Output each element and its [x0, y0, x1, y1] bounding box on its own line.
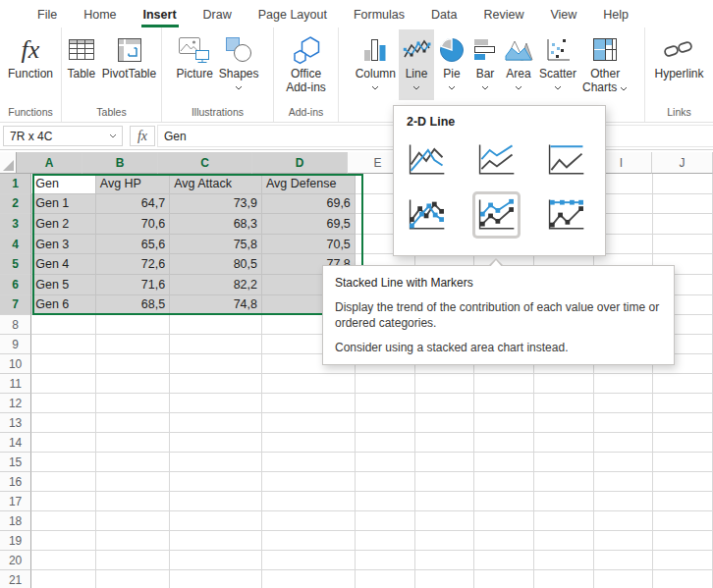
cell-C2[interactable]: 73,9 [170, 194, 262, 215]
cell-H18[interactable] [534, 511, 594, 531]
cell-J20[interactable] [653, 551, 713, 570]
cell-B2[interactable]: 64,7 [96, 194, 170, 215]
row-header-1[interactable]: 1 [0, 174, 31, 194]
cell-D2[interactable]: 69,6 [262, 194, 356, 215]
column-header-D[interactable]: D [252, 152, 348, 174]
row-header-3[interactable]: 3 [0, 214, 31, 235]
bar-chart-button[interactable]: Bar [469, 29, 501, 100]
row-header-12[interactable]: 12 [0, 394, 31, 413]
table-button[interactable]: Table [64, 29, 99, 100]
cell-I21[interactable] [594, 570, 654, 588]
menu-item-stacked-line-100-markers-icon[interactable] [545, 194, 587, 236]
cell-B15[interactable] [96, 453, 170, 472]
row-header-9[interactable]: 9 [0, 335, 31, 354]
cell-B8[interactable] [96, 315, 170, 335]
cell-F17[interactable] [415, 492, 475, 511]
cell-B17[interactable] [96, 492, 170, 511]
cell-J4[interactable] [653, 235, 713, 255]
cell-B20[interactable] [96, 551, 170, 570]
area-chart-button[interactable]: Area [501, 29, 536, 100]
cell-A3[interactable]: Gen 2 [31, 214, 96, 235]
cell-J14[interactable] [653, 433, 713, 453]
row-header-13[interactable]: 13 [0, 413, 31, 433]
cell-A9[interactable] [31, 335, 96, 354]
cell-B21[interactable] [96, 570, 170, 588]
cell-C4[interactable]: 75,8 [170, 235, 262, 255]
cell-A11[interactable] [31, 374, 96, 394]
cell-H15[interactable] [534, 453, 594, 472]
other-charts-button[interactable]: Other Charts [579, 29, 631, 100]
cell-C19[interactable] [170, 531, 262, 551]
cell-B18[interactable] [96, 511, 170, 531]
cell-C13[interactable] [170, 413, 262, 433]
tab-view[interactable]: View [548, 3, 578, 27]
insert-function-button[interactable]: fx [130, 126, 155, 146]
cell-C20[interactable] [170, 551, 262, 570]
cell-J19[interactable] [653, 531, 713, 551]
row-header-16[interactable]: 16 [0, 472, 31, 492]
line-chart-button[interactable]: Line [399, 29, 434, 100]
cell-B13[interactable] [96, 413, 170, 433]
column-header-A[interactable]: A [17, 152, 82, 174]
cell-I13[interactable] [594, 413, 654, 433]
column-chart-button[interactable]: Column [353, 29, 399, 100]
cell-E11[interactable] [356, 374, 415, 394]
cell-D20[interactable] [262, 551, 356, 570]
cell-J18[interactable] [653, 511, 713, 531]
row-header-8[interactable]: 8 [0, 315, 31, 335]
cell-F13[interactable] [415, 413, 475, 433]
cell-D1[interactable]: Avg Defense [262, 174, 356, 194]
cell-D15[interactable] [262, 453, 356, 472]
cell-B3[interactable]: 70,6 [96, 214, 170, 235]
cell-E21[interactable] [356, 570, 415, 588]
cell-H16[interactable] [534, 472, 594, 492]
scatter-chart-button[interactable]: Scatter [536, 29, 579, 100]
cell-D12[interactable] [262, 394, 356, 413]
cell-D14[interactable] [262, 433, 356, 453]
cell-C3[interactable]: 68,3 [170, 214, 262, 235]
tab-review[interactable]: Review [481, 3, 525, 27]
cell-D21[interactable] [262, 570, 356, 588]
cell-F14[interactable] [415, 433, 475, 453]
cell-C9[interactable] [170, 335, 262, 354]
cell-B6[interactable]: 71,6 [96, 275, 170, 295]
shapes-button[interactable]: Shapes [216, 29, 262, 100]
cell-A6[interactable]: Gen 5 [31, 275, 96, 295]
cell-A14[interactable] [31, 433, 96, 453]
cell-J21[interactable] [653, 570, 713, 588]
row-header-19[interactable]: 19 [0, 531, 31, 551]
cell-F19[interactable] [415, 531, 475, 551]
row-header-6[interactable]: 6 [0, 275, 31, 295]
function-button[interactable]: fx Function [5, 29, 56, 100]
chevron-down-icon[interactable] [109, 134, 122, 138]
hyperlink-button[interactable]: Hyperlink [651, 29, 706, 100]
cell-B11[interactable] [96, 374, 170, 394]
cell-D4[interactable]: 70,5 [262, 235, 356, 255]
cell-G12[interactable] [474, 394, 534, 413]
cell-A5[interactable]: Gen 4 [31, 254, 96, 275]
cell-B9[interactable] [96, 335, 170, 354]
cell-A4[interactable]: Gen 3 [31, 235, 96, 255]
cell-E13[interactable] [356, 413, 415, 433]
cell-F18[interactable] [415, 511, 475, 531]
cell-E15[interactable] [356, 453, 415, 472]
cell-I11[interactable] [594, 374, 654, 394]
cell-C1[interactable]: Avg Attack [170, 174, 262, 194]
menu-item-line-markers-icon[interactable] [406, 194, 448, 236]
cell-C7[interactable]: 74,8 [170, 295, 262, 316]
tab-file[interactable]: File [35, 3, 59, 27]
cell-H21[interactable] [534, 570, 594, 588]
cell-J15[interactable] [653, 453, 713, 472]
tab-formulas[interactable]: Formulas [352, 3, 407, 27]
cell-F16[interactable] [415, 472, 475, 492]
cell-J3[interactable] [653, 214, 713, 235]
pivottable-button[interactable]: PivotTable [99, 29, 159, 100]
cell-A17[interactable] [31, 492, 96, 511]
cell-A18[interactable] [31, 511, 96, 531]
cell-D16[interactable] [262, 472, 356, 492]
cell-H14[interactable] [534, 433, 594, 453]
cell-G15[interactable] [474, 453, 534, 472]
menu-item-stacked-line-markers-icon[interactable] [475, 194, 518, 236]
cell-J16[interactable] [653, 472, 713, 492]
cell-B12[interactable] [96, 394, 170, 413]
